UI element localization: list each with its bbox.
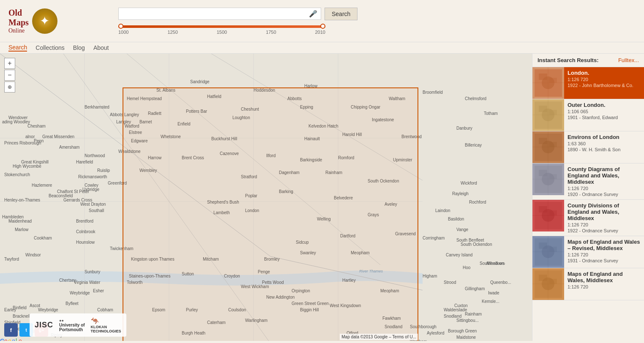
svg-text:Radlett: Radlett xyxy=(148,111,161,116)
year-slider-handle-left[interactable] xyxy=(118,24,123,29)
svg-text:Rayleigh: Rayleigh xyxy=(452,191,469,196)
result-scale: 1:63 360 xyxy=(568,141,641,146)
result-date-author: 1901 - Stanford, Edward xyxy=(568,115,641,120)
mic-icon[interactable]: 🎤 xyxy=(309,10,317,18)
svg-text:Stratford: Stratford xyxy=(241,174,257,179)
svg-text:Hambleden: Hambleden xyxy=(2,215,24,219)
result-title: County Diagrams of England and Wales, Mi… xyxy=(568,166,641,185)
logo-area: Old Maps Online xyxy=(8,8,110,34)
svg-text:Canvey Island: Canvey Island xyxy=(446,253,472,257)
svg-text:Greenford: Greenford xyxy=(108,181,127,185)
result-date-author: 1922 - John Bartholomew & Co. xyxy=(568,83,641,88)
svg-rect-240 xyxy=(549,174,557,179)
svg-text:Epsom: Epsom xyxy=(152,308,165,312)
svg-text:Totham: Totham xyxy=(484,111,498,116)
svg-text:Esher: Esher xyxy=(93,289,104,293)
svg-text:Laindon: Laindon xyxy=(435,208,450,213)
result-scale: 1:126 720 xyxy=(568,186,641,191)
year-slider-handle-right[interactable] xyxy=(320,24,325,29)
map-controls: + − ⊕ xyxy=(4,58,15,93)
svg-text:South Benfleet: South Benfleet xyxy=(456,238,484,242)
zoom-out-button[interactable]: − xyxy=(4,70,15,81)
year-slider-fill xyxy=(118,25,325,28)
result-thumbnail xyxy=(532,67,564,99)
svg-text:Croydon: Croydon xyxy=(224,274,240,278)
svg-rect-247 xyxy=(549,210,557,215)
svg-text:Ruislip: Ruislip xyxy=(97,168,110,173)
svg-text:Kemsle...: Kemsle... xyxy=(482,299,499,304)
result-title: County Divisions of England and Wales, M… xyxy=(568,202,641,221)
result-info: Maps of England and Wales – Revised, Mid… xyxy=(564,236,644,268)
nav-search[interactable]: Search xyxy=(8,44,27,52)
result-title: Maps of England and Wales, Middlesex xyxy=(568,271,641,283)
nav-about[interactable]: About xyxy=(93,44,109,51)
svg-text:Caterham: Caterham xyxy=(207,320,226,325)
result-item[interactable]: County Divisions of England and Wales, M… xyxy=(532,200,644,236)
svg-text:Rainham: Rainham xyxy=(325,170,342,175)
svg-rect-225 xyxy=(539,106,547,112)
svg-text:Sittingbou...: Sittingbou... xyxy=(456,318,479,323)
fulltext-link[interactable]: Fulltex... xyxy=(618,57,639,63)
svg-text:Wealdstone: Wealdstone xyxy=(118,149,141,154)
svg-text:Strood: Strood xyxy=(444,280,456,285)
svg-text:Kingston upon Thames: Kingston upon Thames xyxy=(131,257,175,261)
svg-text:Barnet: Barnet xyxy=(139,120,152,124)
result-item[interactable]: County Diagrams of England and Wales, Mi… xyxy=(532,163,644,200)
result-item[interactable]: Outer London. 1:106 065 1901 - Stanford,… xyxy=(532,99,644,131)
zoom-fit-button[interactable]: ⊕ xyxy=(4,82,15,93)
svg-text:Abbotts: Abbotts xyxy=(287,96,302,101)
svg-text:Hatfield: Hatfield xyxy=(207,94,221,99)
svg-text:Ilford: Ilford xyxy=(266,153,276,158)
svg-text:Sandridge: Sandridge xyxy=(190,79,210,84)
search-input-wrapper: 🎤 xyxy=(118,8,321,20)
svg-text:Chesham: Chesham xyxy=(27,124,46,128)
svg-text:Romford: Romford xyxy=(338,155,354,160)
result-item[interactable]: Maps of England and Wales – Revised, Mid… xyxy=(532,236,644,268)
svg-text:Hartley: Hartley xyxy=(342,278,356,283)
logo-line3: Online xyxy=(8,27,29,34)
svg-text:Sidcup: Sidcup xyxy=(296,240,309,245)
result-item[interactable]: London. 1:126 720 1922 - John Bartholome… xyxy=(532,67,644,99)
svg-text:Coulsdon: Coulsdon xyxy=(228,308,246,312)
svg-text:Queenbo...: Queenbo... xyxy=(490,280,511,285)
nav-blog[interactable]: Blog xyxy=(73,44,85,51)
result-title: Outer London. xyxy=(568,102,641,108)
year-slider-track[interactable] xyxy=(118,25,325,28)
svg-text:Ascot: Ascot xyxy=(30,303,40,308)
svg-text:Windsor: Windsor xyxy=(25,253,41,257)
svg-text:Great Kingshill: Great Kingshill xyxy=(21,160,49,164)
svg-text:Brentford: Brentford xyxy=(76,219,93,223)
svg-text:Great Missenden: Great Missenden xyxy=(42,134,74,139)
svg-text:Dagenham: Dagenham xyxy=(279,170,300,175)
svg-text:Meopham: Meopham xyxy=(351,250,369,255)
svg-text:Grays: Grays xyxy=(368,212,379,217)
result-thumbnail xyxy=(532,236,564,268)
svg-rect-254 xyxy=(549,247,557,252)
map-container[interactable]: Wendover Chesham Great Missenden Amersha… xyxy=(0,54,532,341)
svg-rect-233 xyxy=(549,142,557,147)
search-button[interactable]: Search xyxy=(325,8,357,20)
svg-text:Cuxton: Cuxton xyxy=(454,303,468,308)
svg-text:Purley: Purley xyxy=(186,308,198,312)
year-slider-container[interactable]: 1000 1250 1500 1750 2010 xyxy=(118,25,325,35)
svg-text:Aveley: Aveley xyxy=(385,202,397,207)
svg-text:Amersham: Amersham xyxy=(59,145,79,150)
search-box-row: 🎤 Search xyxy=(118,8,627,20)
svg-text:Stokenchurch: Stokenchurch xyxy=(4,172,30,177)
svg-text:Harlow: Harlow xyxy=(304,84,318,88)
result-info: London. 1:126 720 1922 - John Bartholome… xyxy=(564,67,644,99)
svg-text:Aylesford: Aylesford xyxy=(427,331,445,335)
year-label-1500: 1500 xyxy=(217,30,227,35)
nav-collections[interactable]: Collections xyxy=(35,44,64,51)
svg-text:Mitcham: Mitcham xyxy=(203,257,219,261)
svg-text:High Wycombe: High Wycombe xyxy=(13,164,41,169)
zoom-in-button[interactable]: + xyxy=(4,58,15,69)
search-input[interactable] xyxy=(122,11,309,17)
result-item[interactable]: Environs of London 1:63 360 1890 - W. H.… xyxy=(532,131,644,163)
result-info: Environs of London 1:63 360 1890 - W. H.… xyxy=(564,131,644,163)
logo-line1: Old xyxy=(8,8,29,18)
svg-text:Iwade: Iwade xyxy=(488,291,499,295)
result-info: Outer London. 1:106 065 1901 - Stanford,… xyxy=(564,99,644,131)
result-item[interactable]: Maps of England and Wales, Middlesex 1:1… xyxy=(532,268,644,300)
facebook-icon[interactable]: f xyxy=(4,323,18,337)
